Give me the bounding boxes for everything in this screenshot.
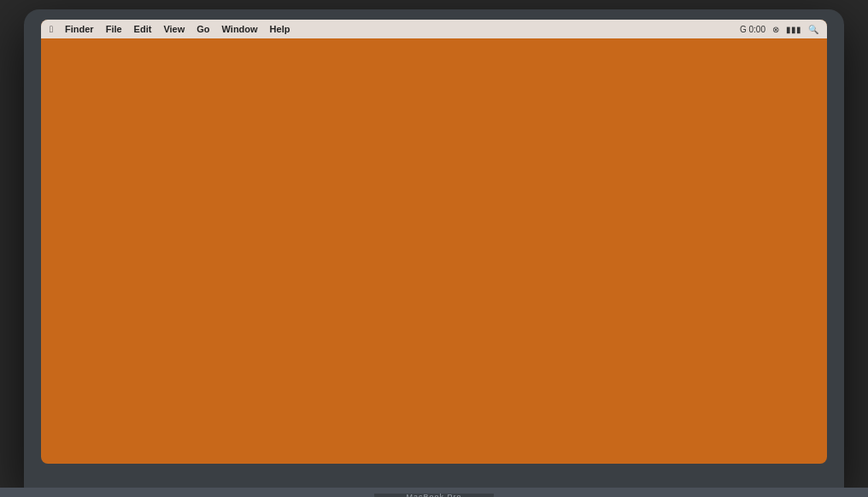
wifi-icon: ⊗ bbox=[772, 25, 779, 34]
search-icon[interactable]: 🔍 bbox=[808, 25, 818, 34]
laptop-brand-label: MacBook Pro bbox=[406, 493, 461, 497]
laptop-screen:  Finder File Edit View Go Window Help G… bbox=[41, 20, 827, 464]
menubar:  Finder File Edit View Go Window Help G… bbox=[41, 20, 827, 38]
laptop-shell:  Finder File Edit View Go Window Help G… bbox=[24, 9, 844, 488]
menu-view[interactable]: View bbox=[163, 24, 185, 34]
menu-help[interactable]: Help bbox=[270, 24, 290, 34]
apple-menu[interactable]:  bbox=[50, 24, 53, 34]
menubar-left:  Finder File Edit View Go Window Help bbox=[50, 24, 290, 34]
menu-finder[interactable]: Finder bbox=[65, 24, 94, 34]
battery-icon: ▮▮▮ bbox=[786, 25, 801, 34]
menu-file[interactable]: File bbox=[106, 24, 122, 34]
menubar-right: G 0:00 ⊗ ▮▮▮ 🔍 bbox=[740, 25, 818, 34]
menu-window[interactable]: Window bbox=[222, 24, 258, 34]
menu-go[interactable]: Go bbox=[196, 24, 209, 34]
menu-edit[interactable]: Edit bbox=[134, 24, 152, 34]
menu-time: G 0:00 bbox=[740, 25, 765, 34]
